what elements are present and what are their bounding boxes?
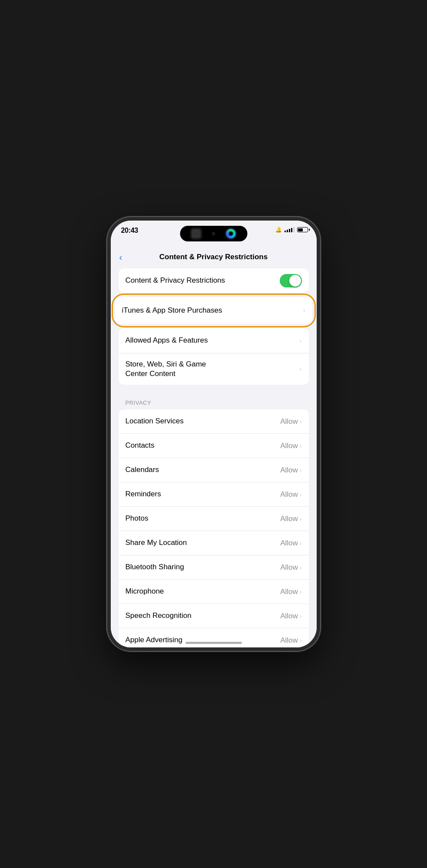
speech-recognition-right: Allow ›: [280, 612, 301, 620]
location-services-label: Location Services: [126, 416, 281, 426]
photos-right: Allow ›: [280, 515, 301, 523]
island-right-icon: [226, 229, 236, 238]
nav-bar: ‹ Content & Privacy Restrictions: [111, 246, 317, 268]
content-area: Content & Privacy Restrictions iTunes & …: [111, 268, 317, 647]
contacts-chevron-icon: ›: [300, 442, 302, 449]
reminders-chevron-icon: ›: [300, 491, 302, 498]
microphone-label: Microphone: [126, 587, 281, 596]
location-services-row[interactable]: Location Services Allow ›: [119, 409, 309, 434]
share-my-location-label: Share My Location: [126, 538, 281, 548]
photos-label: Photos: [126, 514, 281, 523]
bell-icon: 🔔: [275, 227, 282, 233]
bluetooth-sharing-label: Bluetooth Sharing: [126, 562, 281, 572]
photos-chevron-icon: ›: [300, 515, 302, 522]
signal-bar-3: [289, 229, 290, 232]
content-privacy-toggle-row[interactable]: Content & Privacy Restrictions: [119, 268, 309, 293]
store-web-siri-row[interactable]: Store, Web, Siri & GameCenter Content ›: [119, 353, 309, 385]
island-center: [212, 232, 215, 235]
privacy-section: Location Services Allow › Contacts Allow…: [119, 409, 309, 647]
calendars-label: Calendars: [126, 465, 281, 475]
photos-row[interactable]: Photos Allow ›: [119, 507, 309, 531]
dynamic-island: [180, 226, 247, 241]
restrictions-section: Allowed Apps & Features › Store, Web, Si…: [119, 328, 309, 385]
allowed-apps-row[interactable]: Allowed Apps & Features ›: [119, 328, 309, 353]
toggle-knob: [289, 275, 301, 287]
privacy-section-label: PRIVACY: [111, 389, 317, 409]
calendars-right: Allow ›: [280, 466, 301, 475]
microphone-row[interactable]: Microphone Allow ›: [119, 580, 309, 604]
bluetooth-sharing-chevron-icon: ›: [300, 564, 302, 571]
contacts-value: Allow: [280, 442, 298, 450]
reminders-label: Reminders: [126, 489, 281, 499]
signal-bars: [285, 227, 295, 232]
contacts-right: Allow ›: [280, 442, 301, 450]
speech-recognition-chevron-icon: ›: [300, 613, 302, 620]
island-right: [225, 228, 237, 240]
reminders-value: Allow: [280, 490, 298, 499]
speech-recognition-label: Speech Recognition: [126, 611, 281, 620]
photos-value: Allow: [280, 515, 298, 523]
share-my-location-chevron-icon: ›: [300, 540, 302, 547]
microphone-value: Allow: [280, 587, 298, 596]
page-title: Content & Privacy Restrictions: [159, 253, 268, 261]
status-right: 🔔: [275, 227, 308, 233]
contacts-label: Contacts: [126, 441, 281, 450]
store-web-siri-chevron-icon: ›: [300, 366, 302, 373]
bluetooth-sharing-row[interactable]: Bluetooth Sharing Allow ›: [119, 555, 309, 580]
itunes-section: iTunes & App Store Purchases ›: [115, 297, 312, 324]
itunes-purchases-label: iTunes & App Store Purchases: [122, 306, 303, 315]
itunes-chevron-icon: ›: [303, 307, 305, 314]
back-chevron-icon: ‹: [119, 252, 122, 262]
itunes-purchases-row[interactable]: iTunes & App Store Purchases ›: [115, 297, 312, 324]
itunes-purchases-right: ›: [303, 307, 305, 314]
location-services-right: Allow ›: [280, 417, 301, 426]
content-privacy-toggle-label: Content & Privacy Restrictions: [126, 276, 280, 285]
location-services-value: Allow: [280, 417, 298, 426]
allowed-apps-right: ›: [300, 337, 302, 344]
allowed-apps-chevron-icon: ›: [300, 337, 302, 344]
content-privacy-toggle[interactable]: [280, 274, 302, 287]
battery-fill: [298, 228, 303, 231]
microphone-chevron-icon: ›: [300, 588, 302, 595]
signal-bar-5: [293, 227, 295, 232]
reminders-right: Allow ›: [280, 490, 301, 499]
home-indicator: [185, 642, 242, 644]
speech-recognition-row[interactable]: Speech Recognition Allow ›: [119, 604, 309, 628]
apple-advertising-chevron-icon: ›: [300, 637, 302, 644]
apple-advertising-row[interactable]: Apple Advertising Allow ›: [119, 628, 309, 647]
calendars-value: Allow: [280, 466, 298, 475]
store-web-siri-label: Store, Web, Siri & GameCenter Content: [126, 360, 300, 379]
microphone-right: Allow ›: [280, 587, 301, 596]
speech-recognition-value: Allow: [280, 612, 298, 620]
signal-bar-2: [287, 230, 288, 232]
island-left: [190, 228, 202, 240]
calendars-row[interactable]: Calendars Allow ›: [119, 458, 309, 482]
phone-frame: 20:43 🔔: [107, 217, 320, 651]
calendars-chevron-icon: ›: [300, 467, 302, 474]
location-services-chevron-icon: ›: [300, 418, 302, 425]
share-my-location-value: Allow: [280, 539, 298, 548]
back-button[interactable]: ‹: [119, 252, 123, 262]
apple-advertising-right: Allow ›: [280, 636, 301, 645]
signal-bar-4: [291, 228, 292, 232]
signal-bar-1: [285, 231, 286, 232]
screen-content: 20:43 🔔: [111, 221, 317, 647]
reminders-row[interactable]: Reminders Allow ›: [119, 482, 309, 507]
allowed-apps-label: Allowed Apps & Features: [126, 336, 300, 345]
contacts-row[interactable]: Contacts Allow ›: [119, 434, 309, 458]
status-time: 20:43: [121, 227, 138, 234]
share-my-location-right: Allow ›: [280, 539, 301, 548]
highlighted-section: iTunes & App Store Purchases ›: [115, 297, 312, 324]
bluetooth-sharing-value: Allow: [280, 563, 298, 572]
apple-advertising-value: Allow: [280, 636, 298, 645]
content-privacy-toggle-section: Content & Privacy Restrictions: [119, 268, 309, 293]
battery-icon: [297, 227, 308, 232]
island-left-inner: [192, 229, 200, 238]
share-my-location-row[interactable]: Share My Location Allow ›: [119, 531, 309, 555]
store-web-siri-right: ›: [300, 366, 302, 373]
bluetooth-sharing-right: Allow ›: [280, 563, 301, 572]
